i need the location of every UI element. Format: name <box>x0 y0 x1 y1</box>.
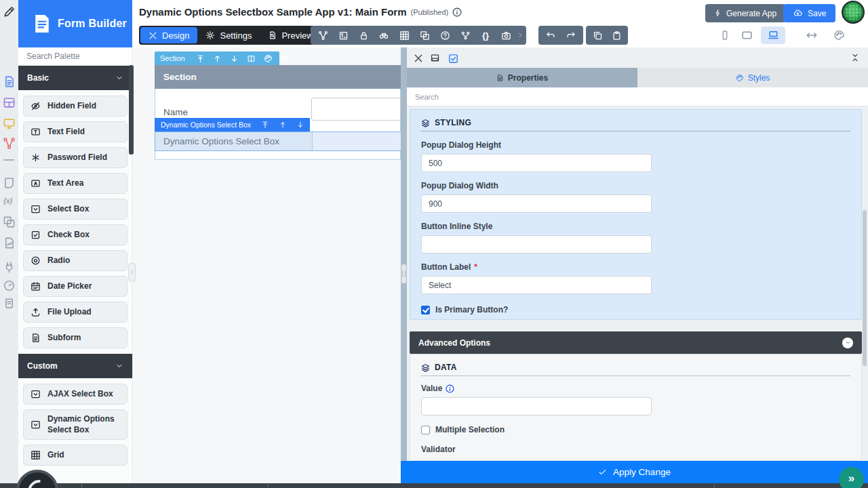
palette-item-hidden-field[interactable]: Hidden Field <box>23 96 127 117</box>
palette-search-input[interactable] <box>18 47 132 66</box>
panel-splitter-handle[interactable] <box>401 264 406 283</box>
palette-scrollbar-thumb[interactable] <box>129 65 134 155</box>
required-asterisk: * <box>474 262 477 272</box>
table-grid-icon[interactable] <box>394 30 414 41</box>
note-icon[interactable] <box>3 176 16 189</box>
move-down-icon[interactable] <box>296 121 304 129</box>
palette-item-text-area[interactable]: Text Area <box>23 173 127 194</box>
layers-stack-icon <box>421 363 430 372</box>
palette-item-check-box[interactable]: Check Box <box>23 224 127 245</box>
app-logo[interactable]: Form Builder <box>18 0 132 47</box>
palette-item-date-picker[interactable]: Date Picker <box>23 276 127 297</box>
multiple-selection-checkbox-row[interactable]: Multiple Selection <box>421 425 850 434</box>
columns-icon[interactable] <box>247 54 256 63</box>
collapse-chevron-icon[interactable] <box>842 338 853 348</box>
responsive-width-icon[interactable] <box>804 28 819 42</box>
copy-icon[interactable] <box>588 30 607 41</box>
edit-icon[interactable] <box>3 5 16 18</box>
popup-dialog-height-input[interactable] <box>421 154 652 172</box>
dock-icon[interactable] <box>430 53 440 63</box>
hierarchy-icon[interactable] <box>3 137 16 150</box>
move-top-icon[interactable] <box>196 54 205 63</box>
lock-icon[interactable] <box>353 30 374 41</box>
palette-item-grid[interactable]: Grid <box>23 445 127 466</box>
button-label-input[interactable] <box>421 276 652 294</box>
selected-field-label: Dynamic Options Select Box <box>155 136 279 146</box>
laptop-device-button[interactable] <box>761 26 785 44</box>
expand-panel-fab[interactable]: » <box>839 467 864 488</box>
form-field-icon[interactable] <box>333 30 353 41</box>
palette-item-dynamic-options-select-box[interactable]: Dynamic Options Select Box <box>23 409 127 440</box>
form-canvas[interactable]: Section Section Name Dynamic Options Sel… <box>134 47 401 483</box>
binoculars-icon[interactable] <box>374 30 394 41</box>
tab-styles[interactable]: Styles <box>637 68 868 87</box>
check-box-icon <box>31 230 41 240</box>
palette-group-custom[interactable]: Custom <box>18 354 132 378</box>
apply-change-button[interactable]: Apply Change <box>401 461 868 483</box>
value-input[interactable] <box>421 397 652 415</box>
generate-app-button[interactable]: Generate App <box>705 4 785 22</box>
delete-icon[interactable] <box>314 121 322 129</box>
data-section-card: DATA Value Multiple Selection Validator <box>410 354 862 461</box>
plug-icon[interactable] <box>3 261 16 274</box>
selected-field-row[interactable]: Dynamic Options Select Box <box>155 131 401 151</box>
theme-palette-icon[interactable] <box>831 28 846 42</box>
palette-item-select-box[interactable]: Select Box <box>23 199 127 220</box>
checked-checkbox-icon[interactable] <box>421 306 430 314</box>
theme-palette-icon[interactable] <box>264 54 273 63</box>
palette-item-ajax-select-box[interactable]: AJAX Select Box <box>23 384 127 405</box>
document-icon[interactable] <box>3 75 16 88</box>
palette-group-basic[interactable]: Basic <box>18 66 132 90</box>
redo-icon[interactable] <box>561 30 581 41</box>
button-inline-style-input[interactable] <box>421 235 652 253</box>
help-icon[interactable] <box>435 30 455 41</box>
camera-icon[interactable] <box>496 30 516 41</box>
script-icon[interactable] <box>3 297 16 310</box>
close-icon[interactable] <box>413 53 424 64</box>
info-icon[interactable] <box>452 7 462 17</box>
translate-icon[interactable] <box>414 30 435 41</box>
palette-item-password-field[interactable]: Password Field <box>23 147 127 168</box>
flow-icon[interactable] <box>455 30 475 41</box>
tab-design[interactable]: Design <box>140 27 197 43</box>
palette-item-file-upload[interactable]: File Upload <box>23 302 127 323</box>
sitemap-icon[interactable] <box>313 30 333 41</box>
palette-item-radio[interactable]: Radio <box>23 250 127 271</box>
monitor-icon[interactable] <box>3 117 16 130</box>
name-field-input[interactable] <box>311 98 401 121</box>
more-chevron-icon[interactable] <box>516 32 524 39</box>
unchecked-checkbox-icon[interactable] <box>421 426 430 434</box>
delete-icon[interactable] <box>281 54 290 63</box>
palette-item-subform[interactable]: Subform <box>23 327 127 348</box>
panel-scrollbar-thumb[interactable] <box>863 210 867 366</box>
tablet-icon[interactable] <box>739 28 754 42</box>
popup-dialog-width-input[interactable] <box>421 195 652 213</box>
table-icon[interactable] <box>3 96 16 109</box>
phone-icon[interactable] <box>717 28 732 42</box>
move-up-icon[interactable] <box>279 121 287 129</box>
formula-icon[interactable]: {x} <box>3 197 12 205</box>
group-basic-label: Basic <box>27 73 49 83</box>
move-down-icon[interactable] <box>230 54 239 63</box>
save-button[interactable]: Save <box>783 4 835 22</box>
palette-collapse-handle[interactable] <box>128 263 136 282</box>
is-primary-button-checkbox-row[interactable]: Is Primary Button? <box>421 305 850 314</box>
paste-icon[interactable] <box>607 30 626 41</box>
tab-properties[interactable]: Properties <box>407 68 637 87</box>
move-up-icon[interactable] <box>213 54 222 63</box>
data-section-header: DATA <box>421 363 850 376</box>
properties-search-input[interactable] <box>407 87 868 106</box>
report-icon[interactable] <box>3 237 16 249</box>
move-top-icon[interactable] <box>261 121 269 129</box>
gauge-icon[interactable] <box>3 279 16 292</box>
advanced-options-header[interactable]: Advanced Options <box>410 331 862 354</box>
undo-icon[interactable] <box>540 30 561 41</box>
translate-icon[interactable] <box>3 216 16 228</box>
selected-field-input-cell[interactable] <box>312 132 401 150</box>
tab-settings[interactable]: Settings <box>197 27 260 43</box>
braces-icon[interactable]: {} <box>475 26 496 45</box>
section-header[interactable]: Section <box>155 65 401 89</box>
palette-item-text-field[interactable]: Text Field <box>23 121 127 142</box>
info-icon[interactable] <box>446 384 454 393</box>
collapse-icon[interactable] <box>850 53 860 62</box>
